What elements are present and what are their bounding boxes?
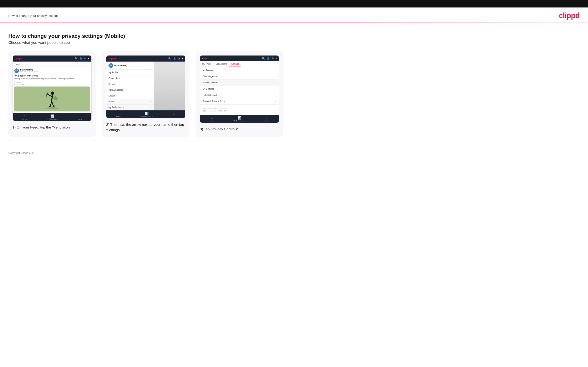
cards-container: clippd 🔍 👤 ⚙ ▾ Feed BM <box>8 51 580 137</box>
menu-user-avatar: BM <box>108 63 113 68</box>
close-icon[interactable]: ✕ <box>173 112 175 117</box>
chevron-right-icon: › <box>276 69 276 71</box>
phone-logo-2: clippd <box>108 57 116 60</box>
performance-icon: 📊 <box>50 114 54 118</box>
blurred-background: ⛳ <box>154 62 185 110</box>
chevron-right-icon-2: › <box>276 75 276 78</box>
home-icon: ⌂ <box>24 114 26 118</box>
tab-connections[interactable]: Connections <box>213 61 229 67</box>
search-icon-3[interactable]: 🔍 <box>262 57 265 60</box>
tab-settings[interactable]: Settings <box>229 61 241 67</box>
menu-user-row[interactable]: BM Blair McHarg ∧ <box>106 62 154 70</box>
external-link-icon-3: ↗ <box>275 100 276 102</box>
bottom-nav-close[interactable]: ✕ <box>173 112 175 117</box>
header-divider <box>0 22 588 23</box>
card-3-caption: 3) Tap 'Privacy Controls'. <box>200 127 279 132</box>
phone-mockup-3: < Back 🔍 👤 ⚙ ▾ My Profile Connections <box>200 55 279 123</box>
external-link-icon-2: ↗ <box>275 94 276 96</box>
chevron-right-icon-3: › <box>276 82 276 84</box>
feed-duration-value: 01 hr : 30 min <box>14 84 90 86</box>
home-icon-2: ⌂ <box>118 112 119 115</box>
chevron-down-icon-perf: ∨ <box>150 106 152 108</box>
phone-nav-1: clippd 🔍 👤 ⚙ ▾ <box>13 56 91 62</box>
feed-poster-name: Blair McHarg <box>20 69 38 71</box>
feed-poster-sub: Yesterday · Sunningdale <box>20 71 38 73</box>
chevron-up-icon[interactable]: ∧ <box>150 65 152 67</box>
bottom-nav-home[interactable]: ⌂ Home <box>22 114 27 120</box>
svg-point-8 <box>49 106 51 107</box>
bottom-nav-menu[interactable]: ☰ Menu <box>78 114 82 120</box>
settings-item-myaccount[interactable]: My Account › <box>200 67 279 73</box>
phone-bottom-nav-2: ⌂ Home 📊 My Performance ✕ <box>106 110 185 118</box>
menu-section-home[interactable]: Home ∨ <box>106 99 154 105</box>
top-bar <box>0 0 588 8</box>
phone-logo-1: clippd <box>15 57 22 60</box>
settings-version: Clippd Client Version: 2022.8.3-3 GQL Se… <box>200 105 279 115</box>
svg-point-0 <box>46 107 58 109</box>
phone-mockup-2: clippd 🔍 👤 ⚙ ▾ BM <box>106 55 185 118</box>
main-content: How to change your privacy settings (Mob… <box>0 29 588 145</box>
bottom-nav-performance[interactable]: 📊 My Performance <box>46 114 58 120</box>
performance-icon-2: 📊 <box>145 112 148 115</box>
performance-icon-3: 📊 <box>238 116 241 120</box>
settings-item-dataintegrations[interactable]: Data Integrations › <box>200 73 279 80</box>
menu-item-settings[interactable]: Settings <box>106 81 154 87</box>
feed-image <box>14 86 90 111</box>
back-button[interactable]: < Back <box>202 57 209 60</box>
menu-user-left: BM Blair McHarg <box>108 63 127 68</box>
bottom-nav-performance-2[interactable]: 📊 My Performance <box>140 112 153 117</box>
chevron-right-icon-4: › <box>276 88 276 90</box>
lesson-icon: 🎓 <box>14 74 17 77</box>
feed-content: BM Blair McHarg Yesterday · Sunningdale … <box>13 67 91 113</box>
chevron-down-icon-2[interactable]: ▾ <box>182 57 183 60</box>
settings-item-serviceprivacy[interactable]: Service & Privacy Policy ↗ <box>200 98 279 105</box>
bottom-nav-home-3[interactable]: ⌂ Home <box>210 116 214 122</box>
menu-item-connections[interactable]: Connections <box>106 75 154 81</box>
tab-myprofile[interactable]: My Profile <box>200 61 213 67</box>
home-icon-3: ⌂ <box>211 116 213 120</box>
search-icon-2[interactable]: 🔍 <box>168 57 171 60</box>
header: How to change your privacy settings clip… <box>0 8 588 22</box>
phone-bottom-nav-1: ⌂ Home 📊 My Performance ☰ Menu <box>13 113 91 121</box>
search-icon[interactable]: 🔍 <box>75 57 78 60</box>
settings-tabs: My Profile Connections Settings <box>200 61 279 67</box>
settings-icon-2[interactable]: ⚙ <box>178 57 180 60</box>
bottom-nav-performance-3[interactable]: 📊 My Performance <box>233 116 246 122</box>
menu-item-logout[interactable]: Logout <box>106 93 154 99</box>
svg-line-3 <box>48 94 52 96</box>
bottom-nav-home-2[interactable]: ⌂ Home <box>116 112 121 117</box>
phone-nav-2: clippd 🔍 👤 ⚙ ▾ <box>106 56 185 62</box>
menu-section-performance[interactable]: My Performance ∨ <box>106 105 154 110</box>
settings-icon[interactable]: ⚙ <box>84 57 86 60</box>
external-link-icon: ↗ <box>150 89 152 91</box>
menu-panel: BM Blair McHarg ∧ My Profile Connections <box>106 62 154 110</box>
chevron-down-icon-3[interactable]: ▾ <box>276 57 277 60</box>
svg-line-5 <box>46 93 47 98</box>
profile-icon-3[interactable]: 👤 <box>267 57 270 60</box>
menu-user-name: Blair McHarg <box>114 65 127 67</box>
phone-nav-icons-1: 🔍 👤 ⚙ ▾ <box>75 57 89 60</box>
settings-item-privacycontrols[interactable]: Privacy Controls › <box>200 80 279 86</box>
menu-icon: ☰ <box>78 114 81 118</box>
copyright-text: Copyright Clippd 2022 <box>8 151 35 154</box>
card-3: < Back 🔍 👤 ⚙ ▾ My Profile Connections <box>196 51 283 137</box>
chevron-down-icon[interactable]: ▾ <box>88 57 89 60</box>
profile-icon[interactable]: 👤 <box>79 57 82 60</box>
settings-icon-3[interactable]: ⚙ <box>271 57 274 60</box>
settings-item-mygolfbag[interactable]: My Golf Bag › <box>200 86 279 92</box>
card-1-caption: 1) On your Feed, tap the 'Menu' icon. <box>12 125 92 130</box>
header-title: How to change your privacy settings <box>8 14 59 17</box>
card-2-caption: 2) Then, tap the arrow next to your name… <box>106 122 185 133</box>
menu-item-myprofile[interactable]: My Profile <box>106 70 154 75</box>
feed-avatar: BM <box>14 68 19 73</box>
feed-lesson-title: 🎓 Lesson with Fordy <box>14 74 90 77</box>
phone-nav-icons-3: 🔍 👤 ⚙ ▾ <box>262 57 277 60</box>
svg-line-2 <box>52 95 52 101</box>
phone-mockup-1: clippd 🔍 👤 ⚙ ▾ Feed BM <box>12 55 92 121</box>
profile-icon-2[interactable]: 👤 <box>173 57 176 60</box>
card-1: clippd 🔍 👤 ⚙ ▾ Feed BM <box>8 51 96 137</box>
menu-item-help[interactable]: Help & Support ↗ <box>106 87 154 93</box>
phone-nav-icons-2: 🔍 👤 ⚙ ▾ <box>168 57 183 60</box>
bottom-nav-menu-3[interactable]: ☰ Menu <box>265 116 269 122</box>
settings-item-help[interactable]: Help & Support ↗ <box>200 92 279 98</box>
